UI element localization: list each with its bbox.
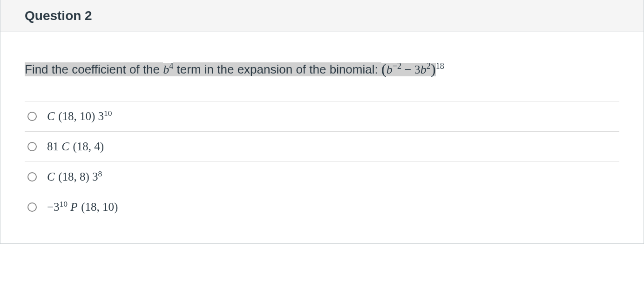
- answer-option-a[interactable]: C (18, 10) 310: [25, 101, 619, 132]
- answer-option-b[interactable]: 81 C (18, 4): [25, 132, 619, 162]
- answer-label: 81 C (18, 4): [47, 140, 104, 153]
- outer-exponent: 18: [436, 63, 444, 76]
- answer-label: C (18, 8) 38: [47, 170, 102, 183]
- prompt-target-term: b4: [163, 63, 173, 76]
- binom-op: −: [401, 63, 414, 76]
- binom-b-coef: 3: [414, 63, 420, 76]
- radio-icon[interactable]: [27, 112, 37, 121]
- radio-icon[interactable]: [27, 142, 37, 151]
- answer-label: C (18, 10) 310: [47, 110, 112, 123]
- binom-a-exp: −2: [393, 61, 401, 71]
- binom-b-exp: 2: [427, 61, 431, 71]
- binomial-expression: (b−2 − 3b2): [381, 63, 436, 76]
- answer-list: C (18, 10) 310 81 C (18, 4) C (18, 8) 38…: [25, 101, 619, 222]
- prompt-text-1: Find the coefficient of the: [25, 62, 163, 76]
- radio-icon[interactable]: [27, 172, 37, 182]
- radio-icon[interactable]: [27, 202, 37, 212]
- prompt-text-2: term in the expansion of the binomial:: [173, 62, 381, 76]
- question-title: Question 2: [25, 8, 631, 23]
- question-header: Question 2: [0, 0, 644, 32]
- question-body: Find the coefficient of the b4 term in t…: [0, 32, 644, 243]
- question-card: Question 2 Find the coefficient of the b…: [0, 0, 644, 244]
- answer-option-d[interactable]: −310 P (18, 10): [25, 192, 619, 222]
- answer-option-c[interactable]: C (18, 8) 38: [25, 162, 619, 192]
- target-exp: 4: [169, 61, 173, 71]
- target-base: b: [163, 63, 169, 76]
- binom-b-base: b: [420, 63, 427, 76]
- question-prompt: Find the coefficient of the b4 term in t…: [25, 58, 619, 80]
- answer-label: −310 P (18, 10): [47, 201, 118, 214]
- binom-a-base: b: [386, 63, 393, 76]
